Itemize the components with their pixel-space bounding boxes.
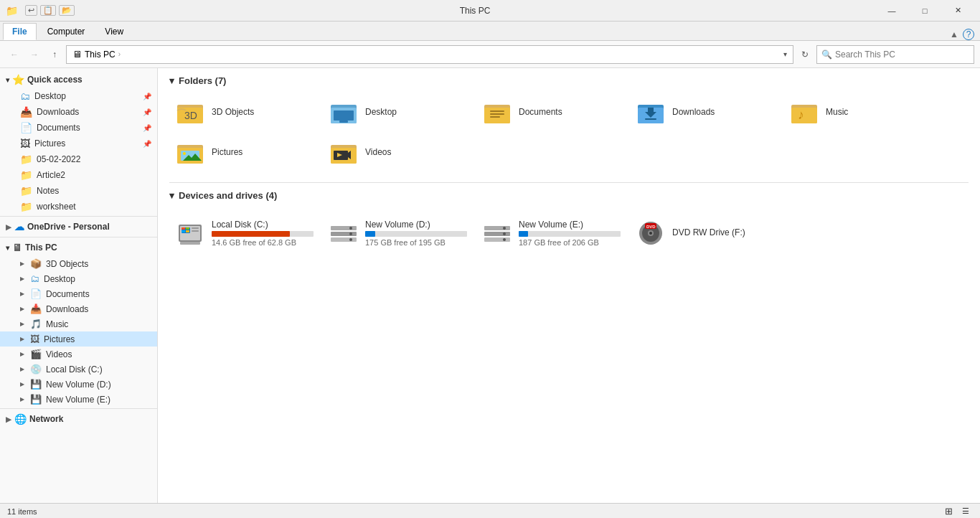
close-button[interactable]: ✕ <box>941 0 974 22</box>
maximize-button[interactable]: □ <box>908 0 941 22</box>
svg-rect-11 <box>490 116 500 118</box>
sidebar-item-local-disk[interactable]: ▶ 💿 Local Disk (C:) <box>0 362 157 377</box>
svg-rect-17 <box>791 108 817 123</box>
drives-grid: Local Disk (C:) 14.6 GB free of 62.8 GB <box>169 208 969 258</box>
sidebar-item-notes[interactable]: 📁 Notes <box>0 183 157 199</box>
properties-btn[interactable]: 📋 <box>40 5 56 16</box>
folder-item-desktop[interactable]: Desktop <box>323 93 473 131</box>
tab-view[interactable]: View <box>95 23 133 40</box>
folder-item-music[interactable]: ♪ Music <box>783 93 934 131</box>
desktop-icon-thispc: 🗂 <box>30 273 39 284</box>
svg-text:♪: ♪ <box>798 108 804 122</box>
sidebar-item-desktop-thispc[interactable]: ▶ 🗂 Desktop <box>0 271 157 286</box>
sidebar-date-label: 05-02-2022 <box>37 154 80 164</box>
folder-item-videos[interactable]: Videos <box>323 133 473 171</box>
drives-section-header[interactable]: ▾ Devices and drives (4) <box>169 190 969 201</box>
drives-arrow: ▾ <box>169 190 174 201</box>
folders-section-label: Folders (7) <box>179 75 226 86</box>
drive-d-bar <box>365 231 375 237</box>
svg-rect-42 <box>349 227 352 230</box>
network-label: Network <box>29 414 63 424</box>
help-button[interactable]: ? <box>963 29 974 40</box>
sidebar-item-music-thispc[interactable]: ▶ 🎵 Music <box>0 316 157 331</box>
sidebar-item-article2[interactable]: 📁 Article2 <box>0 167 157 183</box>
drive-d-info: New Volume (D:) 175 GB free of 195 GB <box>365 220 467 247</box>
sidebar-downloads-label: Downloads <box>37 107 79 117</box>
onedrive-header[interactable]: ▶ ☁ OneDrive - Personal <box>0 218 157 235</box>
folder-item-documents[interactable]: Documents <box>476 93 627 131</box>
drive-c-info: Local Disk (C:) 14.6 GB free of 62.8 GB <box>212 220 314 247</box>
sidebar-item-documents-thispc[interactable]: ▶ 📄 Documents <box>0 286 157 301</box>
forward-button[interactable]: → <box>26 46 43 63</box>
status-view-buttons: ⊞ ☰ <box>941 505 973 518</box>
address-bar[interactable]: 🖥 This PC › ▾ <box>66 45 793 64</box>
status-count: 11 items <box>7 507 37 516</box>
quick-access-header[interactable]: ▾ ⭐ Quick access <box>0 71 157 88</box>
folder-item-downloads[interactable]: Downloads <box>630 93 781 131</box>
tab-file[interactable]: File <box>3 23 37 40</box>
folder-icon-notes: 📁 <box>20 185 32 197</box>
sidebar-item-05-02-2022[interactable]: 📁 05-02-2022 <box>0 151 157 167</box>
label-pictures: Pictures <box>44 334 75 344</box>
drive-d-free: 175 GB free of 195 GB <box>365 238 467 247</box>
svg-rect-37 <box>182 230 185 232</box>
quick-access-icon: ⭐ <box>12 74 24 85</box>
svg-rect-39 <box>331 226 357 230</box>
3d-objects-icon: 📦 <box>30 258 42 269</box>
drive-item-c[interactable]: Local Disk (C:) 14.6 GB free of 62.8 GB <box>169 208 320 258</box>
sidebar-item-videos-thispc[interactable]: ▶ 🎬 Videos <box>0 347 157 362</box>
svg-rect-15 <box>645 118 656 120</box>
svg-rect-48 <box>503 227 506 230</box>
folder-item-3d-objects[interactable]: 3D 3D Objects <box>169 93 320 131</box>
sidebar-item-pictures[interactable]: 🖼 Pictures 📌 <box>0 136 157 151</box>
sidebar-item-desktop[interactable]: 🗂 Desktop 📌 <box>0 88 157 104</box>
folder-item-pictures[interactable]: Pictures <box>169 133 320 171</box>
sidebar-item-downloads[interactable]: 📥 Downloads 📌 <box>0 104 157 120</box>
svg-rect-41 <box>331 237 357 242</box>
sidebar-item-new-volume-d[interactable]: ▶ 💾 New Volume (D:) <box>0 377 157 392</box>
pictures-folder-icon: 🖼 <box>20 138 30 149</box>
drive-f-icon: DVD <box>636 219 665 248</box>
sidebar-item-pictures-thispc[interactable]: ▶ 🖼 Pictures <box>0 331 157 347</box>
sidebar-item-3d-objects[interactable]: ▶ 📦 3D Objects <box>0 256 157 271</box>
svg-rect-34 <box>180 242 200 245</box>
folder-label-3d-objects: 3D Objects <box>212 107 254 117</box>
drive-item-f[interactable]: DVD DVD RW Drive (F:) <box>630 208 781 258</box>
svg-rect-32 <box>192 227 199 229</box>
sidebar-item-worksheet[interactable]: 📁 worksheet <box>0 199 157 215</box>
drive-d-icon <box>329 219 358 248</box>
videos-folder-icon-main <box>329 138 358 166</box>
sidebar-item-documents[interactable]: 📄 Documents 📌 <box>0 120 157 136</box>
refresh-button[interactable]: ↻ <box>796 46 814 63</box>
address-dropdown-icon[interactable]: ▾ <box>783 50 787 58</box>
new-volume-e-icon: 💾 <box>30 394 42 405</box>
quick-access-arrow: ▾ <box>6 76 9 84</box>
drive-item-d[interactable]: New Volume (D:) 175 GB free of 195 GB <box>323 208 473 258</box>
tab-computer[interactable]: Computer <box>38 23 95 40</box>
undo-btn[interactable]: ↩ <box>25 5 37 16</box>
sidebar-item-downloads-thispc[interactable]: ▶ 📥 Downloads <box>0 301 157 316</box>
expand-local-disk: ▶ <box>20 366 24 372</box>
sidebar-divider-1 <box>0 216 157 217</box>
sidebar-item-new-volume-e[interactable]: ▶ 💾 New Volume (E:) <box>0 392 157 407</box>
drive-item-e[interactable]: New Volume (E:) 187 GB free of 206 GB <box>476 208 627 258</box>
title-bar-title: This PC <box>75 6 875 16</box>
view-large-icon-btn[interactable]: ⊞ <box>941 505 956 518</box>
svg-rect-47 <box>484 237 510 242</box>
folders-section-header[interactable]: ▾ Folders (7) <box>169 75 969 86</box>
thispc-header[interactable]: ▾ 🖥 This PC <box>0 239 157 256</box>
title-bar: 📁 ↩ 📋 📂 This PC — □ ✕ <box>0 0 980 22</box>
back-button[interactable]: ← <box>6 46 23 63</box>
svg-rect-36 <box>186 227 189 230</box>
minimize-button[interactable]: — <box>875 0 908 22</box>
svg-rect-6 <box>339 121 348 123</box>
search-input[interactable] <box>835 50 969 60</box>
svg-rect-43 <box>349 232 352 235</box>
address-separator: › <box>118 50 121 58</box>
up-button[interactable]: ↑ <box>46 46 63 63</box>
ribbon-expand-btn[interactable]: ▲ <box>950 29 958 39</box>
network-header[interactable]: ▶ 🌐 Network <box>0 410 157 428</box>
newfolder-btn[interactable]: 📂 <box>59 5 75 16</box>
view-details-btn[interactable]: ☰ <box>958 505 973 518</box>
expand-new-volume-e: ▶ <box>20 396 24 402</box>
